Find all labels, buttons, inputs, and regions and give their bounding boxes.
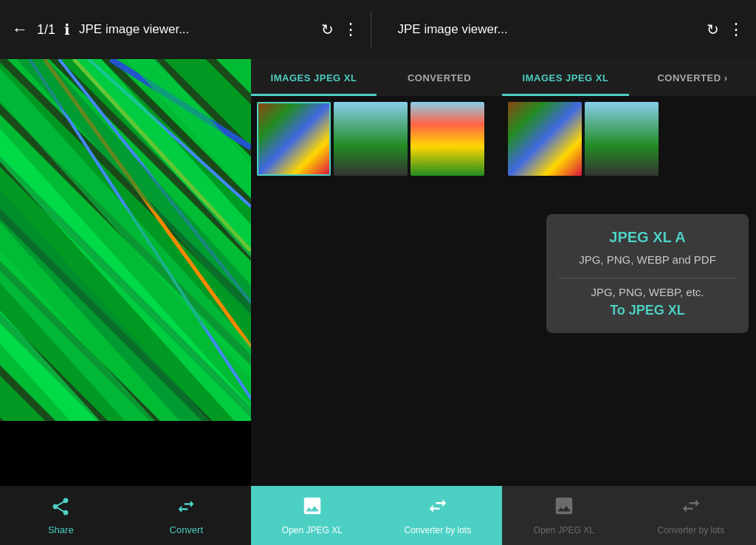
- top-bar-left: ← 1/1 ℹ JPE image viewer... ↻ ⋮: [12, 20, 359, 39]
- tab-images-right[interactable]: IMAGES JPEG XL: [502, 59, 629, 96]
- main-image-canvas: [0, 59, 251, 421]
- right-thumb-bike-img: [585, 102, 659, 176]
- middle-panel: IMAGES JPEG XL CONVERTED: [251, 59, 502, 545]
- thumb-bike-img: [334, 102, 408, 176]
- right-thumb-colorchecker[interactable]: [508, 102, 582, 176]
- info-icon[interactable]: ℹ: [64, 21, 70, 38]
- tab-images-middle[interactable]: IMAGES JPEG XL: [251, 59, 377, 96]
- right-thumb-colorchecker-img: [508, 102, 582, 176]
- reload-button-left[interactable]: ↻: [321, 21, 334, 38]
- converter-by-lots-icon-middle: [427, 495, 449, 522]
- convert-icon: [176, 496, 196, 521]
- page-counter: 1/1: [37, 22, 55, 38]
- share-icon: [50, 496, 71, 521]
- open-jpeg-xl-label-middle: Open JPEG XL: [282, 525, 343, 535]
- more-menu-right[interactable]: ⋮: [728, 20, 744, 39]
- thumbnail-row-right: [502, 96, 756, 182]
- convert-button[interactable]: Convert: [170, 496, 204, 535]
- popup-desc: JPG, PNG, WEBP, etc.: [558, 286, 737, 298]
- share-button[interactable]: Share: [48, 496, 74, 535]
- thumb-market[interactable]: [410, 102, 484, 176]
- main-content: Share Convert IMAGES JPEG XL CONVERTED: [0, 59, 756, 545]
- converter-by-lots-button-right[interactable]: Converter by lots: [657, 495, 724, 535]
- more-menu-left[interactable]: ⋮: [343, 20, 359, 39]
- open-jpeg-xl-icon-middle: [301, 495, 323, 522]
- converter-by-lots-icon-right: [680, 495, 702, 522]
- thumbnail-row-middle: [251, 96, 502, 182]
- topbar-divider: [371, 11, 371, 48]
- popup-divider: [558, 278, 737, 278]
- thumb-market-img: [410, 102, 484, 176]
- middle-content-area: [251, 182, 502, 486]
- bottom-nav-right: Open JPEG XL Converter by lots: [502, 486, 756, 545]
- popup-card[interactable]: JPEG XL A JPG, PNG, WEBP and PDF JPG, PN…: [546, 214, 749, 333]
- thumb-bike[interactable]: [334, 102, 408, 176]
- app-title-right: JPE image viewer...: [398, 22, 698, 37]
- converter-by-lots-label-middle: Converter by lots: [404, 525, 471, 535]
- share-label: Share: [48, 524, 74, 535]
- app-title-left: JPE image viewer...: [79, 22, 312, 37]
- bottom-nav-left: Share Convert: [0, 486, 251, 545]
- right-thumb-bike[interactable]: [585, 102, 659, 176]
- open-jpeg-xl-button-right[interactable]: Open JPEG XL: [534, 495, 594, 535]
- open-jpeg-xl-icon-right: [553, 495, 575, 522]
- popup-action[interactable]: To JPEG XL: [558, 303, 737, 318]
- tab-converted-middle[interactable]: CONVERTED: [377, 59, 502, 96]
- tab-converted-right[interactable]: CONVERTED ›: [629, 59, 756, 96]
- left-panel: Share Convert: [0, 59, 251, 545]
- popup-subtitle: JPG, PNG, WEBP and PDF: [558, 253, 737, 266]
- convert-label: Convert: [170, 524, 204, 535]
- right-panel: IMAGES JPEG XL CONVERTED › JPEG XL A JPG…: [502, 59, 756, 545]
- open-jpeg-xl-label-right: Open JPEG XL: [534, 525, 594, 535]
- right-tab-bar: IMAGES JPEG XL CONVERTED ›: [502, 59, 756, 96]
- bottom-nav-middle: Open JPEG XL Converter by lots: [251, 486, 502, 545]
- popup-title: JPEG XL A: [558, 229, 737, 246]
- converter-by-lots-button-middle[interactable]: Converter by lots: [404, 495, 471, 535]
- back-button[interactable]: ←: [12, 20, 28, 39]
- reload-button-right[interactable]: ↻: [707, 21, 719, 38]
- open-jpeg-xl-button-middle[interactable]: Open JPEG XL: [282, 495, 343, 535]
- thumb-colorchecker-img: [258, 103, 329, 174]
- top-bar-right: JPE image viewer... ↻ ⋮: [383, 20, 745, 39]
- converter-by-lots-label-right: Converter by lots: [657, 525, 724, 535]
- middle-tab-bar: IMAGES JPEG XL CONVERTED: [251, 59, 502, 96]
- top-bar: ← 1/1 ℹ JPE image viewer... ↻ ⋮ JPE imag…: [0, 0, 756, 59]
- thumb-colorchecker[interactable]: [257, 102, 331, 176]
- main-image-view: [0, 59, 251, 421]
